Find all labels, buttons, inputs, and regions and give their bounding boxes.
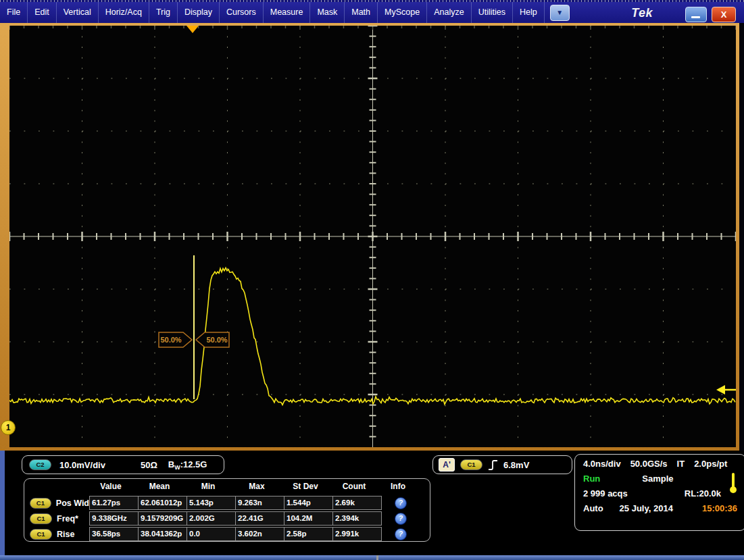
chevron-down-icon: ▼ — [556, 9, 563, 16]
menu-bar: FileEditVerticalHoriz/AcqTrigDisplayCurs… — [0, 2, 744, 23]
measurement-cell: 0.0 — [187, 527, 236, 541]
menu-item-edit[interactable]: Edit — [28, 2, 57, 23]
channel2-badge[interactable]: C2 — [29, 459, 51, 470]
interp-mode: IT — [677, 459, 685, 469]
menu-item-help[interactable]: Help — [513, 2, 545, 23]
termination: 50Ω — [141, 460, 157, 470]
channel1-badge: C1 — [30, 529, 52, 540]
bandwidth: BW:12.5G — [168, 459, 207, 471]
trigger-readout[interactable]: A' C1 6.8mV — [432, 455, 572, 474]
menu-item-cursors[interactable]: Cursors — [220, 2, 264, 23]
menu-item-utilities[interactable]: Utilities — [472, 2, 513, 23]
measurement-name: Freq* — [57, 514, 78, 524]
window-bottom-border — [0, 555, 744, 560]
menu-item-trig[interactable]: Trig — [149, 2, 178, 23]
measurement-cell: 2.002G — [187, 511, 236, 526]
menu-items: FileEditVerticalHoriz/AcqTrigDisplayCurs… — [0, 2, 545, 23]
close-button[interactable]: X — [712, 7, 736, 22]
measurement-name: Rise — [57, 530, 74, 539]
menu-item-analyze[interactable]: Analyze — [427, 2, 471, 23]
measurement-cell: 3.602n — [235, 527, 284, 541]
record-length: RL:20.0k — [685, 488, 721, 499]
measurement-cell: 9.338GHz — [89, 511, 139, 526]
ref-level-tag-right[interactable]: 50.0% — [196, 332, 229, 347]
measurement-name: Pos Wid — [56, 499, 89, 508]
svg-text:50.0%: 50.0% — [160, 336, 181, 344]
column-header-max: Max — [232, 482, 281, 494]
channel2-readout[interactable]: C2 10.0mV/div 50Ω BW:12.5G — [22, 455, 224, 474]
menu-item-vertical[interactable]: Vertical — [57, 2, 99, 23]
measurement-cell: 22.41G — [235, 511, 284, 526]
menu-item-display[interactable]: Display — [178, 2, 220, 23]
run-status: Run — [583, 474, 600, 484]
measurement-rows: C1Pos Wid61.27ps62.061012p5.143p9.263n1.… — [24, 496, 430, 541]
info-icon[interactable]: ? — [395, 497, 407, 509]
timebase: 4.0ns/div — [583, 459, 621, 469]
measurement-row-freq-[interactable]: C1Freq*9.338GHz9.1579209G2.002G22.41G104… — [27, 511, 427, 526]
info-icon[interactable]: ? — [395, 513, 407, 525]
window-border-notch — [376, 555, 378, 560]
waveform-canvas[interactable]: 50.0% 50.0% — [9, 26, 736, 447]
column-header-info: Info — [378, 482, 418, 494]
date: 25 July, 2014 — [620, 503, 673, 513]
channel1-marker[interactable]: 1 — [1, 420, 16, 435]
trigger-position-marker[interactable] — [187, 26, 199, 33]
menu-item-measure[interactable]: Measure — [264, 2, 311, 23]
menu-item-mask[interactable]: Mask — [310, 2, 345, 23]
menu-overflow-button[interactable]: ▼ — [550, 5, 570, 21]
measurement-cell: 2.69k — [332, 496, 382, 510]
measurement-cell: 2.394k — [332, 511, 382, 526]
measurement-cell: 61.27ps — [89, 496, 139, 510]
trigger-level: 6.8mV — [503, 460, 529, 470]
tek-logo: Tek — [631, 6, 653, 20]
trigger-channel-badge: C1 — [460, 459, 482, 470]
measurement-cell: 38.041362p — [138, 527, 187, 541]
acquisition-mode: Sample — [642, 474, 673, 484]
horizontal-acquisition-readout: 4.0ns/div 50.0GS/s IT 2.0ps/pt Run Sampl… — [574, 454, 744, 531]
measurement-cell: 1.544p — [284, 496, 333, 510]
menu-item-horiz-acq[interactable]: Horiz/Acq — [99, 2, 149, 23]
acquisition-count: 2 999 acqs — [583, 488, 628, 499]
measurement-row-rise[interactable]: C1Rise36.58ps38.041362p0.03.602n2.58p2.9… — [27, 527, 427, 541]
measurement-cell: 2.991k — [332, 527, 382, 541]
measurement-table: ValueMeanMinMaxSt DevCountInfo C1Pos Wid… — [24, 478, 430, 542]
column-header-mean: Mean — [135, 482, 184, 494]
measurement-cell: 9.1579209G — [138, 511, 187, 526]
measurement-row-pos-wid[interactable]: C1Pos Wid61.27ps62.061012p5.143p9.263n1.… — [27, 496, 427, 510]
measurement-cell: 104.2M — [284, 511, 333, 526]
column-header-count: Count — [330, 482, 378, 494]
measurement-cell: 2.58p — [284, 527, 333, 541]
resolution: 2.0ps/pt — [694, 459, 727, 469]
vertical-scale: 10.0mV/div — [59, 460, 105, 470]
clock-time: 15:00:36 — [702, 503, 737, 513]
menu-item-math[interactable]: Math — [345, 2, 378, 23]
measurement-cell: 5.143p — [187, 496, 236, 510]
minimize-button[interactable] — [685, 7, 707, 22]
sample-rate: 50.0GS/s — [630, 459, 668, 469]
ref-level-tag-left[interactable]: 50.0% — [159, 332, 192, 347]
measurement-cell: 62.061012p — [138, 496, 187, 510]
measurement-cell: 36.58ps — [89, 527, 139, 541]
column-header-st-dev: St Dev — [281, 482, 330, 494]
measurement-header-row: ValueMeanMinMaxSt DevCountInfo — [24, 482, 430, 494]
menu-item-myscope[interactable]: MyScope — [378, 2, 427, 23]
trigger-mode: Auto — [583, 503, 603, 513]
graticule[interactable]: 50.0% 50.0% — [9, 26, 736, 447]
measurement-cell: 9.263n — [235, 496, 284, 510]
trigger-source-badge: A' — [439, 458, 455, 472]
column-header-min: Min — [184, 482, 232, 494]
channel1-badge: C1 — [30, 498, 51, 509]
rising-edge-icon — [488, 459, 498, 471]
channel1-badge: C1 — [30, 513, 52, 524]
info-icon[interactable]: ? — [395, 528, 407, 540]
svg-text:50.0%: 50.0% — [206, 336, 227, 344]
minimize-icon — [691, 16, 700, 18]
column-header-value: Value — [86, 482, 135, 494]
menu-item-file[interactable]: File — [0, 2, 28, 23]
graticule-grid — [9, 26, 736, 447]
readout-panel: C2 10.0mV/div 50Ω BW:12.5G A' C1 6.8mV 4… — [0, 451, 744, 555]
trigger-level-arrow[interactable] — [716, 385, 736, 394]
waveform-frame: 50.0% 50.0% 1 — [0, 23, 739, 451]
